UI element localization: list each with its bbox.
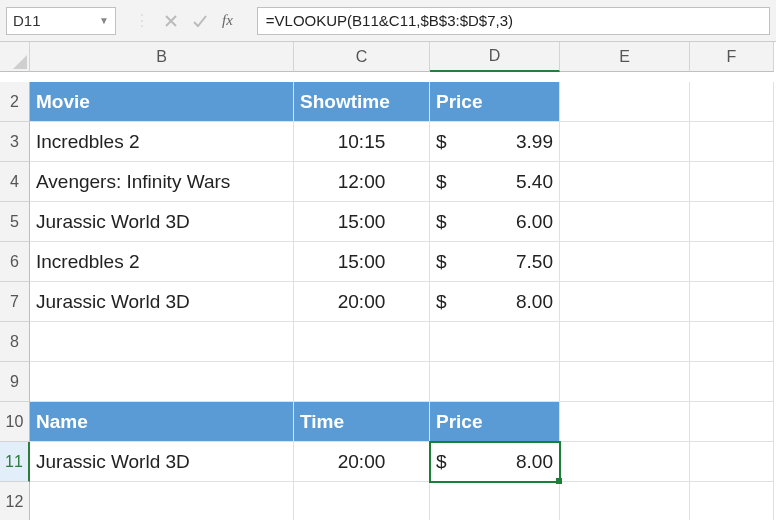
cell-C4[interactable]: 12:00 (294, 162, 430, 202)
cell-E10[interactable] (560, 402, 690, 442)
row-header-6[interactable]: 6 (0, 242, 30, 282)
cell-C9[interactable] (294, 362, 430, 402)
fill-handle[interactable] (556, 478, 562, 484)
cell-C3[interactable]: 10:15 (294, 122, 430, 162)
cell-F2[interactable] (690, 82, 774, 122)
cell-F4[interactable] (690, 162, 774, 202)
cell-F5[interactable] (690, 202, 774, 242)
cell-D3[interactable]: $3.99 (430, 122, 560, 162)
cell-B6[interactable]: Incredbles 2 (30, 242, 294, 282)
cell-D4[interactable]: $5.40 (430, 162, 560, 202)
formula-bar: D11 ▼ ⋮ fx =VLOOKUP(B11&C11,$B$3:$D$7,3) (0, 0, 776, 42)
fx-icon[interactable]: fx (222, 12, 239, 29)
cell-F10[interactable] (690, 402, 774, 442)
row-header-4[interactable]: 4 (0, 162, 30, 202)
cell-D10[interactable]: Price (430, 402, 560, 442)
row-header-12[interactable]: 12 (0, 482, 30, 520)
formula-input[interactable]: =VLOOKUP(B11&C11,$B$3:$D$7,3) (257, 7, 770, 35)
cell-E12[interactable] (560, 482, 690, 520)
cell-E8[interactable] (560, 322, 690, 362)
cell-B12[interactable] (30, 482, 294, 520)
col-header-F[interactable]: F (690, 42, 774, 72)
cell-B3[interactable]: Incredbles 2 (30, 122, 294, 162)
cell-F9[interactable] (690, 362, 774, 402)
separator-icon: ⋮ (134, 11, 150, 30)
cell-D6[interactable]: $7.50 (430, 242, 560, 282)
select-all-corner[interactable] (0, 42, 30, 72)
cancel-icon[interactable] (164, 14, 178, 28)
cell-C5[interactable]: 15:00 (294, 202, 430, 242)
cell-C10[interactable]: Time (294, 402, 430, 442)
formula-text: =VLOOKUP(B11&C11,$B$3:$D$7,3) (266, 12, 513, 29)
cell-D5[interactable]: $6.00 (430, 202, 560, 242)
cell-E2[interactable] (560, 82, 690, 122)
cell-F6[interactable] (690, 242, 774, 282)
cell-F3[interactable] (690, 122, 774, 162)
row-header-9[interactable]: 9 (0, 362, 30, 402)
cell-B11[interactable]: Jurassic World 3D (30, 442, 294, 482)
cell-E9[interactable] (560, 362, 690, 402)
name-box[interactable]: D11 ▼ (6, 7, 116, 35)
cell-E6[interactable] (560, 242, 690, 282)
cell-C2[interactable]: Showtime (294, 82, 430, 122)
cell-E5[interactable] (560, 202, 690, 242)
formula-bar-buttons: ⋮ fx (126, 11, 247, 30)
cell-E11[interactable] (560, 442, 690, 482)
cell-F8[interactable] (690, 322, 774, 362)
name-box-dropdown-icon[interactable]: ▼ (99, 15, 109, 26)
cell-C6[interactable]: 15:00 (294, 242, 430, 282)
row-header-8[interactable]: 8 (0, 322, 30, 362)
cell-D7[interactable]: $8.00 (430, 282, 560, 322)
spreadsheet-grid[interactable]: B C D E F 2 Movie Showtime Price 3 Incre… (0, 42, 776, 520)
row-header-10[interactable]: 10 (0, 402, 30, 442)
cell-E7[interactable] (560, 282, 690, 322)
cell-B10[interactable]: Name (30, 402, 294, 442)
cell-C7[interactable]: 20:00 (294, 282, 430, 322)
cell-D8[interactable] (430, 322, 560, 362)
row-header-2[interactable]: 2 (0, 82, 30, 122)
cell-B2[interactable]: Movie (30, 82, 294, 122)
cell-D11[interactable]: $8.00 (430, 442, 560, 482)
cell-E4[interactable] (560, 162, 690, 202)
row-header-7[interactable]: 7 (0, 282, 30, 322)
row-header-5[interactable]: 5 (0, 202, 30, 242)
cell-D12[interactable] (430, 482, 560, 520)
col-header-E[interactable]: E (560, 42, 690, 72)
name-box-value: D11 (13, 12, 41, 29)
col-header-C[interactable]: C (294, 42, 430, 72)
cell-F7[interactable] (690, 282, 774, 322)
cell-B9[interactable] (30, 362, 294, 402)
col-header-D[interactable]: D (430, 42, 560, 72)
cell-B8[interactable] (30, 322, 294, 362)
cell-E3[interactable] (560, 122, 690, 162)
cell-B7[interactable]: Jurassic World 3D (30, 282, 294, 322)
row-header-3[interactable]: 3 (0, 122, 30, 162)
cell-C12[interactable] (294, 482, 430, 520)
col-header-B[interactable]: B (30, 42, 294, 72)
row-header-11[interactable]: 11 (0, 442, 30, 482)
cell-F11[interactable] (690, 442, 774, 482)
cell-C11[interactable]: 20:00 (294, 442, 430, 482)
cell-C8[interactable] (294, 322, 430, 362)
cell-B5[interactable]: Jurassic World 3D (30, 202, 294, 242)
cell-D9[interactable] (430, 362, 560, 402)
cell-B4[interactable]: Avengers: Infinity Wars (30, 162, 294, 202)
cell-F12[interactable] (690, 482, 774, 520)
enter-icon[interactable] (192, 14, 208, 28)
cell-D2[interactable]: Price (430, 82, 560, 122)
